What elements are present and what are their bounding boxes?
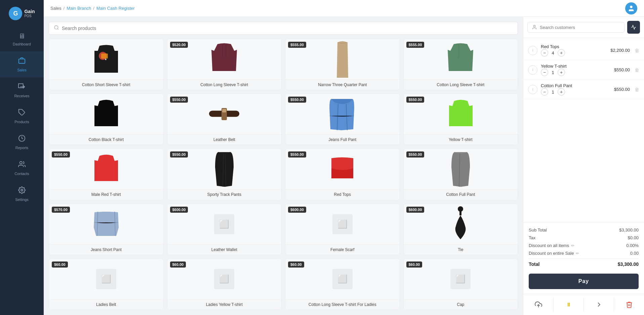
sidebar-item-products[interactable]: Products [0,103,44,129]
cart-item-price-1: $550.00 [614,67,630,72]
qty-increase-1[interactable]: + [558,69,565,76]
product-card-10[interactable]: $550.00 Sporty Track Pants [167,148,282,200]
sales-icon [18,57,26,66]
svg-point-4 [20,162,22,164]
product-card-18[interactable]: $60.00 ⬜ Ladies Yellow T-shirt [167,258,282,310]
breadcrumb-register[interactable]: Main Cash Register [96,6,135,11]
product-card-5[interactable]: Cotton Black T-shirt [49,94,164,145]
totals-section: Sub Total $3,300.00 Tax $0.00 Discount o… [523,222,644,294]
sidebar-label-sales: Sales [17,68,27,72]
cart-item-delete-0[interactable]: 🗑 [635,48,639,53]
product-card-7[interactable]: $550.00 Jeans Full Pant [285,94,400,145]
sidebar-item-dashboard[interactable]: 🖥 Dashboard [0,27,44,51]
customer-search-container [527,22,625,33]
customer-action-button[interactable] [627,21,640,34]
product-image-1: ★ [49,39,163,79]
product-card-6[interactable]: $550.00 Leather Belt [167,94,282,145]
cart-item-qty-ctrl-0: − 4 + [541,49,607,57]
product-card-9[interactable]: $550.00 Male Red T-shirt [49,148,164,200]
contacts-icon [18,161,26,170]
customer-search-input[interactable] [540,25,620,30]
product-name-15: Female Scarf [285,244,400,255]
main-content: Sales / Main Branch / Main Cash Register [44,0,644,315]
discount-sale-row: Discount on entire Sale ✏ 0.00 [529,251,639,256]
avatar [625,2,637,14]
product-image-2: $520.00 [167,39,282,79]
reports-icon [18,135,26,144]
product-image-6: $550.00 [167,94,282,134]
product-card-11[interactable]: $550.00 Red Tops [285,148,400,200]
product-image-8: $550.00 [404,94,518,134]
price-badge-20: $60.00 [406,261,422,268]
product-card-4[interactable]: $555.00 Cotton Long Sleeve T-shirt [403,39,518,90]
customer-search-icon [532,25,537,30]
qty-decrease-0[interactable]: − [541,49,548,57]
pay-button[interactable]: Pay [529,274,639,289]
qty-decrease-2[interactable]: − [541,88,548,96]
product-card-8[interactable]: $550.00 Yellow T-shirt [403,94,518,145]
product-card-20[interactable]: $60.00 ⬜ Cap [403,258,518,310]
product-card-16[interactable]: $600.00 Tie [403,204,518,255]
sidebar-item-sales[interactable]: Sales [0,51,44,77]
qty-value-0: 4 [550,50,556,56]
sidebar-label-products: Products [14,120,29,124]
pause-button[interactable] [554,298,584,312]
sidebar-item-receives[interactable]: Receives [0,77,44,103]
sidebar-item-settings[interactable]: Settings [0,181,44,207]
product-image-15: $600.00 ⬜ [285,204,400,244]
product-image-11: $550.00 [285,149,400,189]
product-card-1[interactable]: ★ Cotton Short Sleeve T-shirt [49,39,164,90]
logo: G GainPOS [9,3,35,27]
product-card-3[interactable]: $555.00 Narrow Three Quarter Pant [285,39,400,90]
product-search-input[interactable] [62,26,513,31]
total-row: Total $3,300.00 [529,258,639,267]
discount-items-row: Discount on all items ✏ 0.00% [529,243,639,248]
product-card-13[interactable]: $570.00 Jeans Short Pant [49,204,164,255]
sidebar-label-dashboard: Dashboard [13,42,31,46]
product-card-17[interactable]: $60.00 ⬜ Ladies Belt [49,258,164,310]
price-badge-13: $570.00 [52,207,70,213]
product-name-16: Tie [404,244,518,255]
svg-point-6 [630,5,632,8]
cart-item-delete-2[interactable]: 🗑 [635,87,639,92]
placeholder-18: ⬜ [214,269,234,289]
product-card-12[interactable]: $550.00 Cotton Full Pant [403,148,518,200]
product-name-1: Cotton Short Sleeve T-shirt [49,79,163,90]
sub-total-label: Sub Total [529,228,547,233]
discount-sale-edit-icon[interactable]: ✏ [576,251,579,256]
products-grid: ★ Cotton Short Sleeve T-shirt $520.00 [49,39,518,310]
logo-text: GainPOS [24,9,35,18]
sub-total-value: $3,300.00 [619,228,639,233]
discount-sale-value: 0.00 [630,251,639,256]
product-name-6: Leather Belt [167,134,282,145]
delete-button[interactable] [614,298,644,312]
product-image-18: $60.00 ⬜ [167,259,282,299]
breadcrumb-branch[interactable]: Main Branch [67,6,91,11]
product-card-15[interactable]: $600.00 ⬜ Female Scarf [285,204,400,255]
price-badge-15: $600.00 [288,207,306,213]
cart-item-name-1: Yellow T-shirt [541,64,611,69]
discount-items-label: Discount on all items ✏ [529,243,574,248]
sidebar-label-reports: Reports [15,146,29,150]
next-button[interactable] [584,298,614,312]
product-name-20: Cap [404,299,518,310]
product-card-14[interactable]: $600.00 ⬜ Leather Wallet [167,204,282,255]
price-badge-2: $520.00 [170,42,188,48]
product-name-18: Ladies Yellow T-shirt [167,299,282,310]
product-card-2[interactable]: $520.00 Cotton Long Sleeve T-shirt [167,39,282,90]
discount-items-edit-icon[interactable]: ✏ [571,243,574,248]
cart-item-qty-ctrl-2: − 1 + [541,88,611,96]
qty-increase-0[interactable]: + [558,49,565,57]
sidebar-item-reports[interactable]: Reports [0,129,44,155]
qty-increase-2[interactable]: + [558,88,565,96]
sidebar-item-contacts[interactable]: Contacts [0,155,44,181]
search-icon [54,25,59,32]
product-card-19[interactable]: $60.00 ⬜ Cotton Long Sleeve T-shirt For … [285,258,400,310]
product-name-11: Red Tops [285,189,400,200]
qty-decrease-1[interactable]: − [541,69,548,76]
cart-item-delete-1[interactable]: 🗑 [635,67,639,73]
sidebar-label-settings: Settings [15,198,29,202]
price-badge-14: $600.00 [170,207,188,213]
upload-button[interactable] [523,298,554,312]
product-name-9: Male Red T-shirt [49,189,163,200]
